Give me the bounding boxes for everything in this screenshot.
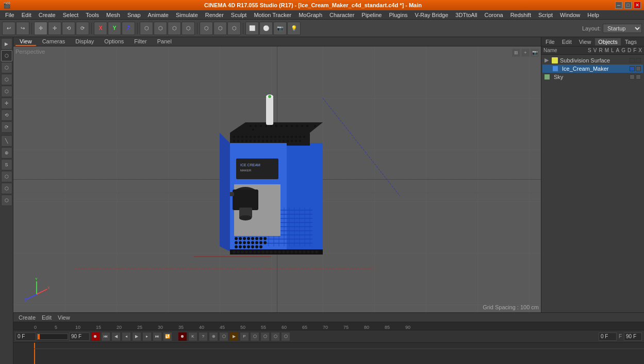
viewport-maximize-button[interactable]: ⊞ xyxy=(512,49,520,57)
menu-item-script[interactable]: Script xyxy=(535,11,556,19)
maximize-button[interactable]: □ xyxy=(624,2,632,9)
timeline-track[interactable] xyxy=(13,343,644,364)
move-tool-button[interactable]: ✛ xyxy=(48,22,61,35)
anim-button-2[interactable]: P xyxy=(240,332,249,341)
menu-item-sculpt[interactable]: Sculpt xyxy=(228,11,250,19)
menu-item-motion-tracker[interactable]: Motion Tracker xyxy=(251,11,294,19)
y-axis-button[interactable]: Y xyxy=(108,22,121,35)
tool-arrow[interactable]: ▶ xyxy=(1,38,12,50)
play-button[interactable]: ▶ xyxy=(132,332,141,341)
tool-paint[interactable]: ⬡ xyxy=(1,171,12,182)
viewport-3d[interactable]: ICE CREAM MAKER xyxy=(13,46,541,312)
menu-item-redshift[interactable]: Redshift xyxy=(507,11,534,19)
menu-item-mesh[interactable]: Mesh xyxy=(103,11,123,19)
obj-check-3[interactable] xyxy=(630,66,635,71)
rp-tab-file[interactable]: File xyxy=(542,38,558,45)
tool-knife[interactable]: ╲ xyxy=(1,135,12,147)
redo-button[interactable]: ↪ xyxy=(16,22,29,35)
timeline-tab-edit[interactable]: Edit xyxy=(39,314,55,321)
obj-check-4[interactable] xyxy=(636,66,641,71)
obj-check-6[interactable] xyxy=(636,74,641,80)
poly-mode-button[interactable]: ⬡ xyxy=(181,22,195,35)
tab-options[interactable]: Options xyxy=(100,38,128,46)
prev-frame-button[interactable]: ◀ xyxy=(111,332,121,341)
rotate-tool-button[interactable]: ⟳ xyxy=(76,22,89,35)
tool-polygon[interactable]: ⬡ xyxy=(1,195,12,206)
edge-mode-button[interactable]: ⬡ xyxy=(168,22,181,35)
close-button[interactable]: ✕ xyxy=(634,2,641,9)
menu-item-file[interactable]: File xyxy=(2,11,18,19)
x-axis-button[interactable]: X xyxy=(94,22,107,35)
end-frame-display[interactable] xyxy=(624,333,642,341)
menu-item-edit[interactable]: Edit xyxy=(19,11,35,19)
anim-button-4[interactable]: ⬡ xyxy=(260,332,270,341)
minimize-button[interactable]: ─ xyxy=(615,2,622,9)
start-frame-display[interactable] xyxy=(599,333,617,341)
menu-item-render[interactable]: Render xyxy=(202,11,227,19)
rp-tab-view[interactable]: View xyxy=(576,38,595,45)
rp-tab-edit[interactable]: Edit xyxy=(559,38,575,45)
anim-button-3[interactable]: ⬡ xyxy=(250,332,259,341)
menu-item-simulate[interactable]: Simulate xyxy=(173,11,201,19)
menu-item-create[interactable]: Create xyxy=(36,11,59,19)
menu-item-3dttoall[interactable]: 3DTtoAll xyxy=(452,11,480,19)
anim-button-5[interactable]: ⬡ xyxy=(271,332,280,341)
render-view-button[interactable]: ⬡ xyxy=(200,22,213,35)
z-axis-button[interactable]: Z xyxy=(122,22,135,35)
viewport-camera-button[interactable]: 📷 xyxy=(531,49,539,57)
timeline-tab-view[interactable]: View xyxy=(55,314,73,321)
menu-item-animate[interactable]: Animate xyxy=(145,11,172,19)
rp-tab-objects[interactable]: Objects xyxy=(595,38,620,45)
render-settings-button[interactable]: ⬡ xyxy=(213,22,227,35)
sphere-button[interactable]: ⚪ xyxy=(259,22,273,35)
model-mode-button[interactable]: ⬡ xyxy=(140,22,153,35)
layout-dropdown[interactable]: Startup Modeling Sculpting xyxy=(603,24,642,33)
play-back-button[interactable]: ◂ xyxy=(122,332,131,341)
tool-select-poly[interactable]: ⬡ xyxy=(1,86,12,97)
menu-item-select[interactable]: Select xyxy=(60,11,82,19)
viewport-options-button[interactable]: + xyxy=(521,49,530,57)
loop-button[interactable]: 🔁 xyxy=(163,332,172,341)
tab-filter[interactable]: Filter xyxy=(130,38,151,46)
record-button[interactable]: ⏺ xyxy=(91,332,100,341)
go-end-button[interactable]: ⏭ xyxy=(153,332,162,341)
menu-item-snap[interactable]: Snap xyxy=(124,11,144,19)
menu-item-character[interactable]: Character xyxy=(326,11,357,19)
current-frame-input[interactable] xyxy=(15,333,36,341)
tool-brush[interactable]: S xyxy=(1,159,12,170)
render-queue-button[interactable]: ⬡ xyxy=(227,22,241,35)
tool-select-rect[interactable]: ⬡ xyxy=(1,50,12,61)
anim-button-6[interactable]: ⬡ xyxy=(281,332,290,341)
menu-item-help[interactable]: Help xyxy=(584,11,602,19)
scene-object-sky[interactable]: Sky xyxy=(542,73,643,81)
tool-select-lasso[interactable]: ⬡ xyxy=(1,74,12,85)
tool-move[interactable]: ✛ xyxy=(1,98,12,109)
tab-display[interactable]: Display xyxy=(71,38,98,46)
obj-check-2[interactable] xyxy=(636,58,641,63)
auto-key-button[interactable]: ⏺ xyxy=(178,332,187,341)
live-selection-button[interactable]: ✛ xyxy=(34,22,47,35)
render-anim-button[interactable]: ▶ xyxy=(229,332,239,341)
scale-tool-button[interactable]: ⟲ xyxy=(62,22,75,35)
go-start-button[interactable]: ⏮ xyxy=(101,332,110,341)
frame-end-input[interactable] xyxy=(69,333,90,341)
tool-scale[interactable]: ⟲ xyxy=(1,109,12,121)
menu-item-tools[interactable]: Tools xyxy=(82,11,102,19)
key-all-button[interactable]: K xyxy=(188,332,197,341)
menu-item-window[interactable]: Window xyxy=(557,11,583,19)
tool-select-circle[interactable]: ⬡ xyxy=(1,62,12,73)
light-button[interactable]: 💡 xyxy=(287,22,301,35)
rp-tab-bookmarks[interactable]: Bookmarks xyxy=(641,38,644,45)
menu-item-plugins[interactable]: Plugins xyxy=(386,11,410,19)
obj-check-5[interactable] xyxy=(630,74,635,80)
tool-texture[interactable]: ⬡ xyxy=(1,183,12,194)
scene-object-subdivision[interactable]: ▶ Subdivision Surface xyxy=(542,56,643,65)
timeline-tab-create[interactable]: Create xyxy=(15,314,39,321)
cube-button[interactable]: ⬜ xyxy=(245,22,259,35)
camera-button[interactable]: 📷 xyxy=(273,22,287,35)
scene-object-ice-cream-maker[interactable]: Ice_Cream_Maker xyxy=(542,65,643,73)
motion-button[interactable]: ⊕ xyxy=(209,332,218,341)
menu-item-pipeline[interactable]: Pipeline xyxy=(358,11,385,19)
help-button[interactable]: ? xyxy=(199,332,208,341)
obj-check-1[interactable] xyxy=(630,58,635,63)
